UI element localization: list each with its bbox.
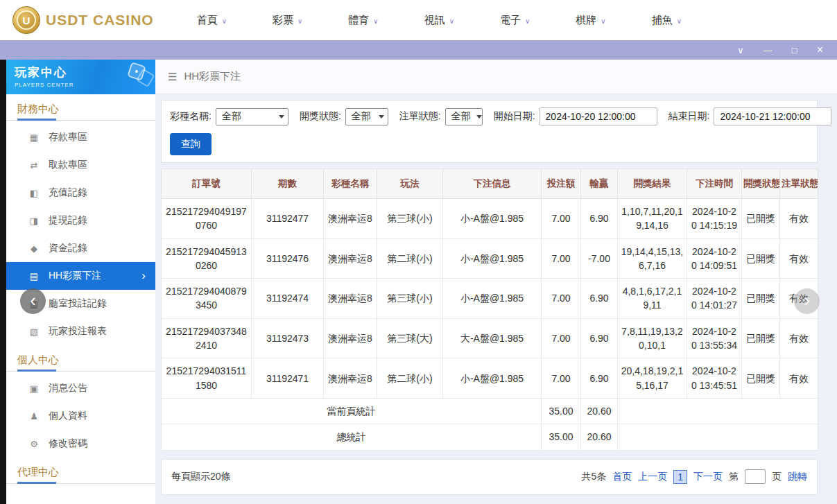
col-period: 期數 [252,169,324,199]
cell-period: 31192477 [252,199,324,239]
jump-link[interactable]: 跳轉 [788,471,807,483]
logo[interactable]: U USDT CASINO [12,6,154,34]
sidebar-item-deposit[interactable]: ▦存款專區 [6,123,155,151]
menu-label: 提現記錄 [49,214,87,227]
cell-win-loss: 6.90 [581,358,618,399]
sidebar-item-withdraw[interactable]: ⇄取款專區 [6,151,155,179]
start-date-input[interactable] [540,107,657,125]
cell-draw-status: 已開獎 [742,199,780,239]
nav-item-lottery[interactable]: 彩票∨ [273,14,302,27]
cell-play: 第三球(大) [377,318,443,358]
cell-order-status: 有效 [780,358,818,399]
sidebar-item-player-bet-report[interactable]: ▧玩家投注報表 [6,318,155,345]
draw-status-select[interactable]: 全部 [345,108,388,125]
nav-item-sports[interactable]: 體育∨ [348,14,378,27]
players-center-subtitle: PLAYERS CENTER [15,82,147,88]
cell-order-status: 有效 [780,199,818,239]
nav-item-chess[interactable]: 棋牌∨ [576,14,605,27]
table-header-row: 訂單號 期數 彩種名稱 玩法 下注信息 投注額 輸贏 開獎結果 下注時間 開獎狀… [162,169,818,199]
page-jump-input[interactable] [745,469,766,484]
col-order-status: 注單狀態 [780,169,818,199]
cell-bet-info: 小-A盤@1.985 [443,238,542,279]
cell-draw-status: 已開獎 [742,279,780,319]
bell-icon: ▣ [28,383,40,394]
cell-period: 31192471 [252,358,324,399]
table-row: 2152172940315111580 31192471 澳洲幸运8 第二球(小… [162,358,818,399]
withdraw-icon: ⇄ [28,160,40,171]
total-summary-amount: 35.00 [542,424,581,450]
cell-play: 第三球(小) [377,199,443,239]
order-status-select[interactable]: 全部 [445,108,483,125]
table-row: 2152172940459130260 31192476 澳洲幸运8 第二球(小… [162,238,818,279]
page-summary-label: 當前頁統計 [162,398,542,424]
nav-label: 體育 [348,14,369,27]
window-minimize-button[interactable]: — [763,46,773,55]
menu-label: 消息公告 [49,382,87,394]
current-page-indicator[interactable]: 1 [673,470,687,484]
window-close-button[interactable]: × [817,44,823,55]
cell-bet-info: 小-A盤@1.985 [443,358,542,399]
menu-label: HH彩票下注 [49,270,101,282]
cell-time: 2024-10-20 14:15:19 [687,199,742,239]
start-date-label: 開始日期: [494,110,535,123]
window-collapse-button[interactable]: ∨ [737,46,744,55]
sidebar-item-recharge-record[interactable]: ◧充值記錄 [6,179,155,207]
menu-icon[interactable]: ☰ [168,71,177,83]
players-center-header: 玩家中心 PLAYERS CENTER [6,60,155,94]
sidebar-item-withdraw-record[interactable]: ◨提現記錄 [6,207,155,234]
content-area: 彩種名稱: 全部 開獎狀態: 全部 注單狀態: 全部 開始日期: [155,94,837,495]
col-order-id: 訂單號 [162,169,252,199]
menu-label: 玩家投注報表 [49,325,107,338]
dropdown-arrow-icon [279,115,284,119]
cell-result: 19,14,4,15,13,6,7,16 [618,238,687,279]
nav-item-video[interactable]: 視訊∨ [424,14,454,27]
sidebar-item-change-password[interactable]: ⚙修改密碼 [6,430,155,458]
first-page-link[interactable]: 首页 [612,471,632,483]
next-page-link[interactable]: 下一页 [693,471,723,483]
end-date-input[interactable] [714,107,831,125]
window-maximize-button[interactable]: □ [792,46,797,55]
deposit-icon: ▦ [28,132,40,143]
page-summary-row: 當前頁統計 35.00 20.60 [162,398,818,424]
table-row: 2152172940491970760 31192477 澳洲幸运8 第三球(小… [162,199,818,239]
sidebar-item-profile[interactable]: ♟個人資料 [6,402,155,430]
carousel-right-arrow[interactable]: › [794,288,820,314]
cell-order-id: 2152172940373482410 [162,318,252,358]
breadcrumb: ☰ HH彩票下注 [155,60,837,94]
main-nav: 首頁∨ 彩票∨ 體育∨ 視訊∨ 電子∨ 棋牌∨ 捕魚∨ [197,14,682,27]
cell-period: 31192474 [252,279,324,319]
col-lottery: 彩種名稱 [324,169,377,199]
cell-result: 7,8,11,19,13,20,10,1 [618,318,687,358]
cell-order-id: 2152172940491970760 [162,199,252,239]
cell-result: 20,4,18,19,2,15,16,17 [618,358,687,399]
search-button[interactable]: 查詢 [170,133,212,155]
cell-result: 4,8,1,6,17,2,19,11 [618,279,687,319]
cell-order-id: 2152172940408793450 [162,279,252,319]
nav-item-fishing[interactable]: 捕魚∨ [652,14,682,27]
col-draw-status: 開獎狀態 [742,169,780,199]
end-date-label: 結束日期: [668,110,710,123]
person-icon: ♟ [28,411,40,422]
nav-item-home[interactable]: 首頁∨ [197,14,227,27]
nav-item-electronic[interactable]: 電子∨ [500,14,530,27]
cell-lottery: 澳洲幸运8 [324,318,377,358]
page-prefix-text: 第 [729,471,739,483]
personal-menu: ▣消息公告 ♟個人資料 ⚙修改密碼 [6,374,155,458]
prev-page-link[interactable]: 上一页 [638,471,667,483]
order-status-label: 注單狀態: [399,110,441,123]
sidebar-item-announcements[interactable]: ▣消息公告 [6,374,155,402]
dropdown-arrow-icon [476,115,482,119]
cell-win-loss: 6.90 [581,318,618,358]
select-value: 全部 [352,110,371,123]
chevron-down-icon: ∨ [297,17,302,25]
window-titlebar: ∨ — □ × [0,40,837,60]
sidebar-item-hh-lottery-bets[interactable]: ▤HH彩票下注› [6,262,155,290]
lottery-name-select[interactable]: 全部 [216,108,288,125]
cell-order-id: 2152172940459130260 [162,238,252,279]
cell-time: 2024-10-20 13:55:34 [687,318,742,358]
total-summary-row: 總統計 35.00 20.60 [162,424,818,450]
per-page-text: 每頁顯示20條 [171,471,231,483]
sidebar-item-funds-record[interactable]: ◆資金記錄 [6,234,155,262]
cell-time: 2024-10-20 13:45:51 [687,358,742,399]
carousel-left-arrow[interactable]: ‹ [20,288,46,314]
